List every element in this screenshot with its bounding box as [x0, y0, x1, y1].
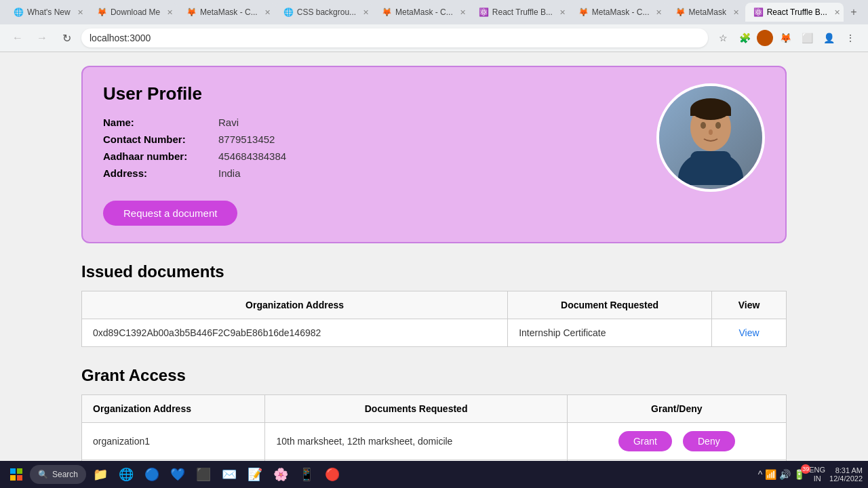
- search-icon: 🔍: [38, 470, 48, 479]
- svg-point-5: [701, 122, 706, 129]
- tab-close-5[interactable]: ✕: [460, 8, 466, 17]
- aadhaar-label: Aadhaar number:: [103, 150, 218, 162]
- svg-rect-10: [10, 475, 16, 481]
- tab-close-6[interactable]: ✕: [559, 8, 566, 17]
- profile-icon[interactable]: [757, 30, 773, 46]
- tab-close-2[interactable]: ✕: [167, 8, 173, 17]
- tab-metamask-2[interactable]: 🦊 MetaMask - C... ✕: [374, 3, 469, 22]
- tab-css-bg[interactable]: 🌐 CSS backgrou... ✕: [275, 3, 372, 22]
- grant-org-1: organization1: [82, 423, 265, 460]
- metamask-fox-icon[interactable]: 🦊: [776, 28, 795, 47]
- issued-documents-title: Issued documents: [81, 262, 787, 281]
- tab-label-9: React Truffle B...: [767, 7, 827, 17]
- tab-favicon-2: 🦊: [97, 7, 106, 17]
- taskbar-browser2[interactable]: 🔴: [321, 464, 344, 485]
- aadhaar-value: 454684384384: [218, 150, 286, 162]
- tab-close-7[interactable]: ✕: [656, 8, 662, 17]
- taskbar-gmail[interactable]: ✉️: [218, 464, 241, 485]
- taskbar-chrome[interactable]: 🔵: [140, 464, 163, 485]
- table-row: 0xd89C1392Ab00a3b5B446F2C9abE86b16de1469…: [82, 319, 787, 347]
- taskbar-edge[interactable]: 🌐: [115, 464, 138, 485]
- start-button[interactable]: [5, 464, 27, 485]
- grant-col-actions: Grant/Deny: [567, 395, 786, 423]
- taskbar-app1[interactable]: 🌸: [269, 464, 292, 485]
- tab-bar: 🌐 What's New ✕ 🦊 Download Me ✕ 🦊 MetaMas…: [0, 0, 868, 24]
- issued-col-org: Organization Address: [82, 291, 508, 319]
- extension-icon[interactable]: 🧩: [735, 28, 754, 47]
- tab-metamask-1[interactable]: 🦊 MetaMask - C... ✕: [178, 3, 274, 22]
- tab-close-1[interactable]: ✕: [77, 8, 83, 17]
- taskbar-search[interactable]: 🔍 Search: [30, 465, 86, 484]
- taskbar-explorer[interactable]: 📁: [89, 464, 112, 485]
- grant-access-table: Organization Address Documents Requested…: [81, 394, 787, 462]
- contact-value: 8779513452: [218, 134, 275, 145]
- tab-metamask-4[interactable]: 🦊 MetaMask ✕: [667, 3, 744, 22]
- bookmark-button[interactable]: ☆: [713, 28, 732, 47]
- tab-close-9[interactable]: ✕: [834, 8, 840, 17]
- grant-col-org: Organization Address: [82, 395, 265, 423]
- tab-react-truffle-2[interactable]: ⚛️ React Truffle B... ✕: [745, 3, 844, 22]
- svg-rect-9: [17, 468, 22, 474]
- svg-point-6: [715, 122, 721, 129]
- name-value: Ravi: [218, 117, 239, 128]
- avatar: [656, 83, 765, 192]
- deny-button-1[interactable]: Deny: [683, 431, 735, 451]
- taskbar-right: ^ 📶 🔊 🔋 39 ENG IN 8:31 AM 12/4/2022: [758, 466, 863, 483]
- battery-badge: 39: [801, 464, 810, 474]
- lang-line2: IN: [809, 474, 825, 483]
- tab-close-8[interactable]: ✕: [733, 8, 739, 17]
- back-button[interactable]: ←: [8, 28, 27, 47]
- svg-rect-1: [690, 151, 731, 185]
- view-link[interactable]: View: [738, 327, 759, 338]
- grant-button-1[interactable]: Grant: [618, 431, 672, 451]
- grant-col-docs: Documents Requested: [265, 395, 567, 423]
- issued-document-name: Internship Certificate: [508, 319, 712, 347]
- nav-bar: ← → ↻ ☆ 🧩 🦊 ⬜ 👤 ⋮: [0, 24, 868, 52]
- forward-button[interactable]: →: [33, 28, 52, 47]
- taskbar-whatsapp[interactable]: 📱: [295, 464, 318, 485]
- issued-col-doc: Document Requested: [508, 291, 712, 319]
- tab-favicon-5: 🦊: [382, 7, 391, 17]
- profile-contact-row: Contact Number: 8779513452: [103, 134, 286, 145]
- svg-rect-4: [690, 109, 731, 116]
- tab-favicon-1: 🌐: [14, 7, 23, 17]
- address-bar[interactable]: [81, 28, 708, 47]
- nav-actions: ☆ 🧩 🦊 ⬜ 👤 ⋮: [713, 28, 860, 47]
- taskbar-terminal[interactable]: ⬛: [192, 464, 215, 485]
- tab-label-1: What's New: [27, 7, 71, 17]
- tab-whats-new[interactable]: 🌐 What's New ✕: [5, 3, 87, 22]
- page-content: User Profile Name: Ravi Contact Number: …: [0, 52, 868, 462]
- account-circle-icon[interactable]: 👤: [819, 28, 838, 47]
- tab-close-4[interactable]: ✕: [363, 8, 369, 17]
- clock-time: 8:31 AM: [829, 466, 863, 474]
- tab-close-3[interactable]: ✕: [264, 8, 271, 17]
- address-label: Address:: [103, 167, 218, 179]
- reload-button[interactable]: ↻: [57, 28, 76, 47]
- puzzle-icon[interactable]: ⬜: [797, 28, 816, 47]
- tab-favicon-3: 🦊: [186, 7, 196, 17]
- issued-view-cell: View: [712, 319, 787, 347]
- taskbar-clock[interactable]: 8:31 AM 12/4/2022: [829, 466, 863, 483]
- battery-container: 🔋 39: [793, 468, 805, 481]
- system-tray: ^ 📶 🔊 🔋 39: [758, 468, 806, 481]
- new-tab-button[interactable]: +: [845, 3, 863, 22]
- issued-col-view: View: [712, 291, 787, 319]
- menu-button[interactable]: ⋮: [841, 28, 860, 47]
- tab-favicon-7: 🦊: [578, 7, 588, 17]
- issued-documents-table: Organization Address Document Requested …: [81, 291, 787, 347]
- tab-label-8: MetaMask: [689, 7, 726, 17]
- caret-icon[interactable]: ^: [758, 469, 763, 480]
- tab-label-7: MetaMask - C...: [592, 7, 650, 17]
- grant-actions-1: Grant Deny: [567, 423, 786, 460]
- lang-line1: ENG: [809, 466, 825, 474]
- language-indicator[interactable]: ENG IN: [809, 466, 825, 483]
- grant-docs-1: 10th marksheet, 12th marksheet, domicile: [265, 423, 567, 460]
- tab-metamask-3[interactable]: 🦊 MetaMask - C... ✕: [570, 3, 666, 22]
- address-value: India: [218, 167, 241, 179]
- taskbar-vscode[interactable]: 💙: [166, 464, 189, 485]
- tab-download[interactable]: 🦊 Download Me ✕: [89, 3, 177, 22]
- tab-react-truffle-1[interactable]: ⚛️ React Truffle B... ✕: [471, 3, 569, 22]
- contact-label: Contact Number:: [103, 134, 218, 145]
- taskbar-note[interactable]: 📝: [243, 464, 267, 485]
- request-document-button[interactable]: Request a document: [103, 201, 237, 226]
